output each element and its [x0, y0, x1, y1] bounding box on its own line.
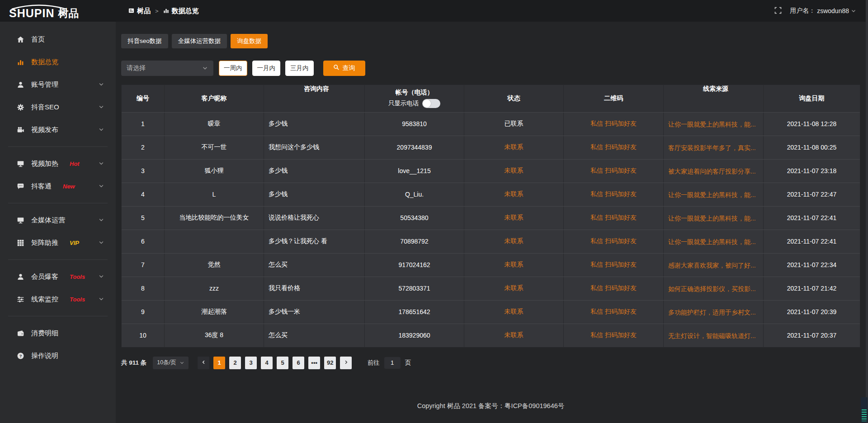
sidebar-item-badge: VIP	[70, 240, 79, 246]
copyright-text: Copyright 树品 2021 备案号：粤ICP备09019646号	[417, 402, 565, 409]
cell-date: 2021-11-07 22:34	[764, 254, 860, 277]
page-button-1[interactable]: 1	[213, 357, 225, 369]
cell-source-link[interactable]: 多功能护栏灯，适用于乡村文...	[664, 301, 764, 324]
table-row: 5当地比较能吃的一位美女说说价格让我死心50534380未联系私信 扫码加好友让…	[122, 206, 860, 230]
cell-account: 178651642	[365, 301, 464, 324]
col-header-qrcode: 二维码	[564, 85, 664, 112]
breadcrumb-item-current[interactable]: 数据总览	[163, 7, 199, 15]
search-button[interactable]: 查询	[323, 61, 365, 76]
page-button-3[interactable]: 3	[245, 357, 257, 369]
cell-source-link[interactable]: 让你一眼就爱上的黑科技，能...	[664, 207, 764, 230]
sidebar-item-consume-detail[interactable]: 消费明细	[0, 322, 116, 344]
col-header-nickname: 客户昵称	[165, 85, 264, 112]
cell-qrcode-link[interactable]: 私信 扫码加好友	[564, 136, 664, 159]
cell-source-link[interactable]: 感谢大家喜欢我家，被问了好...	[664, 254, 764, 277]
page-button-92[interactable]: 92	[324, 357, 336, 369]
user-menu[interactable]: 用户名：zswodun88	[790, 7, 856, 15]
cell-qrcode-link[interactable]: 私信 扫码加好友	[564, 183, 664, 206]
breadcrumb-separator: >	[155, 8, 159, 14]
scrollbar-track[interactable]	[866, 0, 868, 423]
page-size-select[interactable]: 10条/页	[153, 357, 188, 369]
chevron-down-icon	[99, 127, 104, 132]
cell-source-link[interactable]: 让你一眼就爱上的黑科技，能...	[664, 230, 764, 253]
sidebar-item-badge: New	[63, 183, 75, 190]
cell-date: 2021-11-08 12:28	[764, 113, 860, 136]
cell-source-link[interactable]: 客厅安装投影半年多了，真实...	[664, 136, 764, 159]
date-range-button-0[interactable]: 一周内	[219, 61, 247, 76]
cell-no: 1	[122, 113, 165, 136]
question-icon: ?	[16, 352, 24, 360]
sidebar-item-label: 视频发布	[31, 126, 58, 134]
chevron-down-icon	[202, 65, 208, 71]
tab-1[interactable]: 全媒体运营数据	[172, 34, 227, 48]
cell-source-link[interactable]: 让你一眼就爱上的黑科技，能...	[664, 113, 764, 136]
sidebar-item-douketong[interactable]: 抖客通New	[0, 175, 116, 197]
cell-date: 2021-11-07 20:39	[764, 301, 860, 324]
sidebar-divider	[8, 146, 108, 147]
chevron-right-icon	[344, 359, 349, 366]
cell-qrcode-link[interactable]: 私信 扫码加好友	[564, 254, 664, 277]
cell-source-link[interactable]: 让你一眼就爱上的黑科技，能...	[664, 183, 764, 206]
sidebar-item-matrix-boost[interactable]: 矩阵助推VIP	[0, 231, 116, 254]
prev-page-button[interactable]	[198, 357, 209, 369]
table-body: 1暧章多少钱9583810已联系私信 扫码加好友让你一眼就爱上的黑科技，能...…	[122, 112, 860, 347]
date-range-button-2[interactable]: 三月内	[285, 61, 314, 76]
cell-account: love__1215	[365, 160, 464, 183]
sidebar-item-video-heat[interactable]: 视频加热Hot	[0, 152, 116, 175]
phone-only-toggle[interactable]	[422, 99, 440, 108]
page-button-2[interactable]: 2	[229, 357, 241, 369]
inquiry-table: 编号 客户昵称 咨询内容 帐号（电话） 只显示电话 状态 二维码 线索来源 询盘…	[121, 85, 860, 348]
cell-source-link[interactable]: 被大家追着问的客厅投影分享...	[664, 160, 764, 183]
cell-account: 50534380	[365, 207, 464, 230]
cell-status: 未联系	[464, 136, 564, 159]
cell-qrcode-link[interactable]: 私信 扫码加好友	[564, 207, 664, 230]
sidebar-item-data-overview[interactable]: 数据总览	[0, 51, 116, 73]
page-button-6[interactable]: 6	[292, 357, 304, 369]
cell-status: 未联系	[464, 207, 564, 230]
cell-no: 7	[122, 254, 165, 277]
sidebar-item-member-baoke[interactable]: 会员爆客Tools	[0, 265, 116, 288]
breadcrumb-item-root[interactable]: 树品	[128, 7, 151, 15]
cell-no: 9	[122, 301, 165, 324]
cell-qrcode-link[interactable]: 私信 扫码加好友	[564, 160, 664, 183]
logo-text-cn: 树品	[58, 8, 79, 19]
user-icon	[16, 81, 24, 89]
cell-account: 70898792	[365, 230, 464, 253]
chevron-down-icon	[99, 296, 104, 302]
sidebar-item-label: 操作说明	[31, 352, 58, 360]
sidebar-item-home[interactable]: 首页	[0, 28, 116, 51]
sidebar-item-clue-monitor[interactable]: 线索监控Tools	[0, 288, 116, 310]
tab-2[interactable]: 询盘数据	[231, 34, 268, 48]
fullscreen-icon[interactable]	[774, 7, 782, 15]
cell-qrcode-link[interactable]: 私信 扫码加好友	[564, 301, 664, 324]
page-button-5[interactable]: 5	[277, 357, 288, 369]
sidebar-item-label: 抖客通	[31, 182, 52, 191]
cell-qrcode-link[interactable]: 私信 扫码加好友	[564, 113, 664, 136]
logo: SHUPIN 树品	[0, 3, 116, 19]
cell-qrcode-link[interactable]: 私信 扫码加好友	[564, 277, 664, 300]
cell-content: 怎么买	[264, 254, 365, 277]
table-header-row: 编号 客户昵称 咨询内容 帐号（电话） 只显示电话 状态 二维码 线索来源 询盘…	[122, 85, 860, 112]
cell-source-link[interactable]: 无主灯设计，智能磁吸轨道灯...	[664, 324, 764, 347]
goto-page-input[interactable]	[384, 357, 401, 369]
sidebar-item-video-publish[interactable]: 视频发布	[0, 118, 116, 141]
sidebar-item-operation-guide[interactable]: ?操作说明	[0, 344, 116, 367]
cell-qrcode-link[interactable]: 私信 扫码加好友	[564, 324, 664, 347]
next-page-button[interactable]	[340, 357, 352, 369]
page-button-4[interactable]: 4	[261, 357, 273, 369]
col-header-source: 线索来源	[664, 85, 764, 112]
date-range-button-1[interactable]: 一月内	[252, 61, 281, 76]
cell-nickname: 当地比较能吃的一位美女	[165, 207, 264, 230]
sidebar-item-account-manage[interactable]: 账号管理	[0, 73, 116, 96]
tab-0[interactable]: 抖音seo数据	[121, 34, 168, 48]
filter-select[interactable]: 请选择	[121, 61, 213, 76]
col-header-account: 帐号（电话） 只显示电话	[365, 85, 464, 112]
sidebar-item-media-operation[interactable]: 全媒体运营	[0, 209, 116, 231]
sidebar-item-douyin-seo[interactable]: 抖音SEO	[0, 96, 116, 118]
cell-qrcode-link[interactable]: 私信 扫码加好友	[564, 230, 664, 253]
cell-status: 未联系	[464, 301, 564, 324]
page-size-value: 10条/页	[157, 359, 176, 367]
page-ellipsis-button[interactable]: •••	[308, 357, 320, 369]
sidebar: 首页数据总览账号管理抖音SEO视频发布视频加热Hot抖客通New全媒体运营矩阵助…	[0, 22, 116, 423]
cell-source-link[interactable]: 如何正确选择投影仪，买投影...	[664, 277, 764, 300]
